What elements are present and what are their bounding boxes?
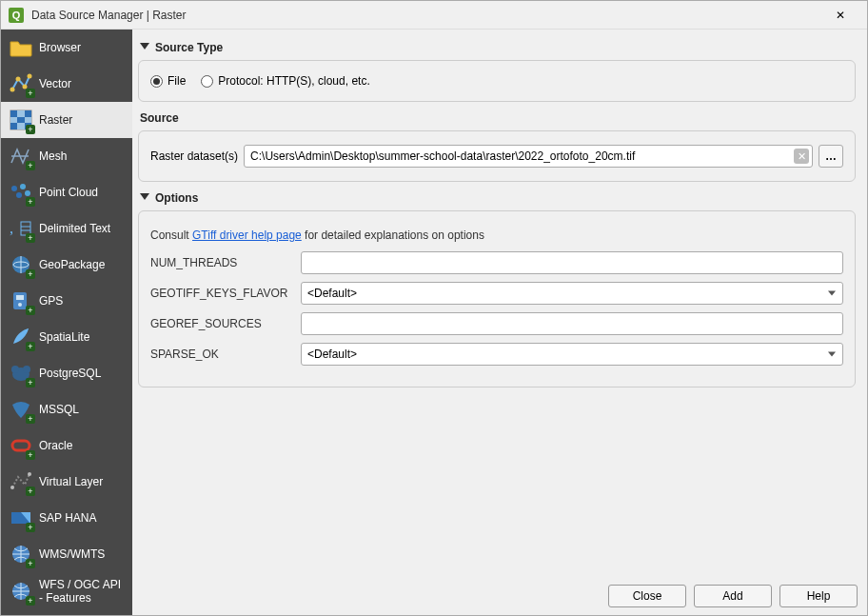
sidebar-item-label: WMS/WMTS bbox=[39, 547, 105, 561]
sidebar-item-gps[interactable]: +GPS bbox=[1, 283, 132, 319]
option-select-sparse_ok[interactable]: <Default> bbox=[301, 343, 843, 366]
plus-badge-icon: + bbox=[26, 450, 35, 460]
sidebar-item-raster[interactable]: +Raster bbox=[1, 102, 132, 138]
option-input-num_threads[interactable] bbox=[301, 251, 843, 274]
sidebar-item-label: SAP HANA bbox=[39, 511, 96, 525]
option-label: GEOTIFF_KEYS_FLAVOR bbox=[150, 287, 293, 300]
plus-badge-icon: + bbox=[26, 523, 35, 532]
source-label: Raster dataset(s) bbox=[150, 149, 238, 163]
source-type-radios: File Protocol: HTTP(S), cloud, etc. bbox=[150, 74, 843, 88]
sidebar-item-wms-wmts[interactable]: +WMS/WMTS bbox=[1, 536, 132, 572]
body: Browser+Vector+Raster+Mesh+Point Cloud,+… bbox=[1, 30, 867, 615]
sidebar-item-vector[interactable]: +Vector bbox=[1, 66, 132, 102]
window-close-button[interactable]: ✕ bbox=[821, 2, 859, 29]
section-title-source-type: Source Type bbox=[155, 41, 223, 54]
option-label: GEOREF_SOURCES bbox=[150, 317, 293, 330]
svg-rect-23 bbox=[13, 292, 27, 309]
close-button[interactable]: Close bbox=[608, 585, 686, 607]
collapse-icon[interactable] bbox=[138, 41, 151, 54]
geopackage-icon: + bbox=[9, 252, 33, 277]
svg-rect-5 bbox=[10, 110, 17, 117]
svg-marker-36 bbox=[140, 43, 149, 50]
sidebar-item-label: Vector bbox=[39, 77, 71, 90]
section-head-source-type: Source Type bbox=[138, 41, 856, 54]
svg-rect-12 bbox=[17, 123, 25, 129]
globe-icon: + bbox=[9, 542, 33, 566]
sidebar-item-point-cloud[interactable]: +Point Cloud bbox=[1, 174, 132, 210]
section-title-source: Source bbox=[140, 111, 179, 125]
sidebar-item-label: MSSQL bbox=[39, 403, 79, 416]
collapse-icon[interactable] bbox=[138, 191, 151, 205]
sidebar-item-label: GPS bbox=[39, 294, 63, 308]
plus-badge-icon: + bbox=[26, 414, 35, 424]
sidebar-item-geopackage[interactable]: +GeoPackage bbox=[1, 247, 132, 283]
content: Source Type File Protocol: HTTP(S), clou… bbox=[132, 30, 867, 577]
svg-rect-29 bbox=[12, 441, 30, 450]
gps-icon: + bbox=[9, 288, 33, 313]
add-button[interactable]: Add bbox=[694, 585, 772, 607]
sidebar-item-browser[interactable]: Browser bbox=[1, 30, 132, 66]
svg-rect-11 bbox=[10, 123, 17, 129]
feather-icon: + bbox=[9, 325, 33, 349]
radio-dot-file bbox=[150, 75, 163, 88]
sidebar-item-postgresql[interactable]: +PostgreSQL bbox=[1, 355, 132, 391]
raster-icon: + bbox=[9, 108, 33, 132]
sidebar-item-mssql[interactable]: +MSSQL bbox=[1, 391, 132, 427]
source-path-input[interactable] bbox=[244, 145, 813, 168]
sidebar-item-sap-hana[interactable]: +SAP HANA bbox=[1, 500, 132, 536]
svg-rect-6 bbox=[17, 110, 25, 117]
mssql-icon: + bbox=[9, 397, 33, 422]
options-group: Consult GTiff driver help page for detai… bbox=[138, 210, 856, 387]
radio-dot-protocol bbox=[201, 75, 213, 88]
option-row-geotiff_keys_flavor: GEOTIFF_KEYS_FLAVOR<Default> bbox=[150, 282, 843, 305]
sidebar-item-wfs-ogc-api-features[interactable]: +WFS / OGC API - Features bbox=[1, 572, 132, 610]
option-label: SPARSE_OK bbox=[150, 348, 293, 361]
sidebar-item-mesh[interactable]: +Mesh bbox=[1, 138, 132, 174]
clear-icon[interactable]: ✕ bbox=[794, 149, 809, 164]
hint-prefix: Consult bbox=[150, 229, 192, 242]
section-head-options: Options bbox=[138, 191, 856, 205]
plus-badge-icon: + bbox=[26, 89, 35, 98]
sidebar-item-label: Delimited Text bbox=[39, 222, 110, 235]
sidebar-item-label: WFS / OGC API - Features bbox=[39, 578, 125, 606]
hint-suffix: for detailed explanations on options bbox=[302, 229, 484, 242]
main-panel: Source Type File Protocol: HTTP(S), clou… bbox=[132, 30, 867, 615]
svg-marker-37 bbox=[140, 193, 149, 200]
dialog-footer: Close Add Help bbox=[132, 577, 867, 615]
svg-point-17 bbox=[25, 190, 30, 196]
option-input-georef_sources[interactable] bbox=[301, 312, 843, 335]
sidebar-item-label: Point Cloud bbox=[39, 186, 98, 199]
option-row-georef_sources: GEOREF_SOURCES bbox=[150, 312, 843, 335]
radio-protocol[interactable]: Protocol: HTTP(S), cloud, etc. bbox=[201, 74, 369, 88]
sidebar[interactable]: Browser+Vector+Raster+Mesh+Point Cloud,+… bbox=[1, 30, 132, 615]
sidebar-item-label: GeoPackage bbox=[39, 258, 105, 271]
saphana-icon: + bbox=[9, 506, 33, 530]
sidebar-item-spatialite[interactable]: +SpatiaLite bbox=[1, 319, 132, 355]
option-label: NUM_THREADS bbox=[150, 256, 293, 269]
plus-badge-icon: + bbox=[26, 342, 35, 351]
globe-icon: + bbox=[9, 579, 33, 604]
svg-rect-9 bbox=[17, 117, 25, 123]
option-row-sparse_ok: SPARSE_OK<Default> bbox=[150, 343, 843, 366]
option-select-geotiff_keys_flavor[interactable]: <Default> bbox=[301, 282, 843, 305]
section-head-source: Source bbox=[138, 111, 856, 125]
options-hint: Consult GTiff driver help page for detai… bbox=[150, 229, 843, 242]
sidebar-item-label: Browser bbox=[39, 41, 81, 54]
svg-point-27 bbox=[11, 366, 19, 373]
folder-icon bbox=[9, 35, 33, 60]
driver-help-link[interactable]: GTiff driver help page bbox=[192, 229, 302, 242]
svg-point-28 bbox=[23, 366, 30, 373]
radio-file[interactable]: File bbox=[150, 74, 186, 88]
mesh-icon: + bbox=[9, 144, 33, 169]
plus-badge-icon: + bbox=[26, 125, 35, 134]
browse-button[interactable]: … bbox=[819, 145, 843, 168]
help-button[interactable]: Help bbox=[779, 585, 858, 607]
sidebar-item-delimited-text[interactable]: ,+Delimited Text bbox=[1, 210, 132, 247]
app-icon: Q bbox=[9, 8, 24, 23]
svg-point-25 bbox=[18, 303, 22, 307]
sidebar-item-virtual-layer[interactable]: +Virtual Layer bbox=[1, 464, 132, 500]
sidebar-item-oracle[interactable]: +Oracle bbox=[1, 427, 132, 464]
sidebar-item-label: Virtual Layer bbox=[39, 475, 103, 488]
sidebar-item-label: Mesh bbox=[39, 149, 67, 163]
plus-badge-icon: + bbox=[26, 233, 35, 243]
